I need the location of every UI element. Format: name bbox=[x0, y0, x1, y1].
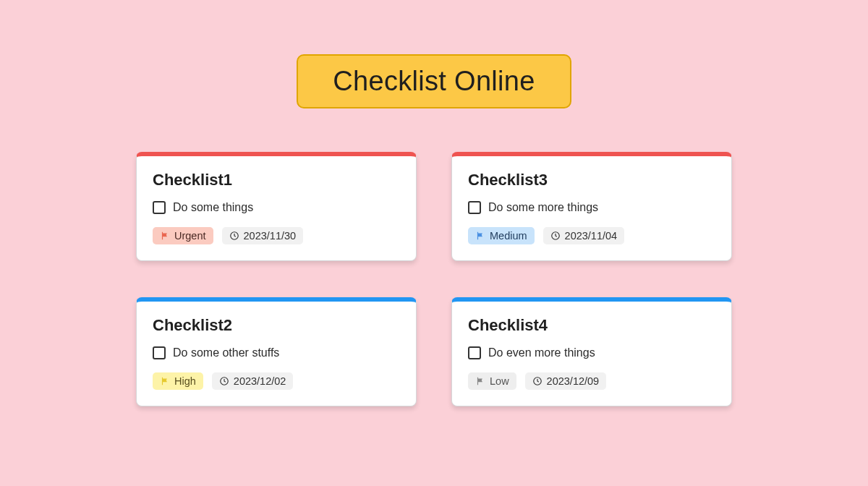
clock-icon bbox=[532, 376, 542, 386]
task-text: Do some other stuffs bbox=[173, 346, 279, 359]
card-title: Checklist4 bbox=[468, 316, 715, 335]
priority-badge: Low bbox=[468, 372, 516, 390]
page-title: Checklist Online bbox=[297, 54, 571, 108]
badge-row: Low 2023/12/09 bbox=[468, 372, 715, 390]
flag-icon bbox=[160, 231, 170, 241]
checklist-grid: Checklist1 Do some things Urgent 2023/11… bbox=[136, 152, 732, 406]
flag-icon bbox=[475, 231, 485, 241]
date-label: 2023/12/02 bbox=[234, 375, 286, 387]
checklist-card[interactable]: Checklist1 Do some things Urgent 2023/11… bbox=[136, 152, 417, 261]
checklist-card[interactable]: Checklist4 Do even more things Low 2023/… bbox=[451, 297, 732, 406]
clock-icon bbox=[550, 231, 561, 241]
clock-icon bbox=[229, 231, 239, 241]
card-title: Checklist2 bbox=[153, 316, 400, 335]
task-row: Do some other stuffs bbox=[153, 346, 400, 359]
flag-icon bbox=[160, 376, 170, 386]
badge-row: High 2023/12/02 bbox=[153, 372, 400, 390]
checklist-card[interactable]: Checklist2 Do some other stuffs High 202… bbox=[136, 297, 417, 406]
task-row: Do some more things bbox=[468, 201, 715, 214]
task-row: Do even more things bbox=[468, 346, 715, 359]
date-badge: 2023/11/30 bbox=[222, 227, 304, 244]
priority-badge: Urgent bbox=[153, 227, 213, 244]
date-label: 2023/11/30 bbox=[244, 230, 297, 242]
task-checkbox[interactable] bbox=[153, 201, 166, 214]
task-checkbox[interactable] bbox=[153, 346, 166, 359]
card-title: Checklist3 bbox=[468, 171, 715, 189]
priority-label: Medium bbox=[490, 230, 527, 242]
task-checkbox[interactable] bbox=[468, 201, 481, 214]
date-badge: 2023/11/04 bbox=[543, 227, 625, 244]
date-label: 2023/11/04 bbox=[565, 230, 618, 242]
task-row: Do some things bbox=[153, 201, 400, 214]
checklist-card[interactable]: Checklist3 Do some more things Medium 20… bbox=[451, 152, 732, 261]
flag-icon bbox=[475, 376, 485, 386]
task-checkbox[interactable] bbox=[468, 346, 481, 359]
task-text: Do some more things bbox=[488, 201, 598, 214]
date-label: 2023/12/09 bbox=[547, 375, 600, 387]
task-text: Do some things bbox=[173, 201, 253, 214]
priority-label: High bbox=[174, 375, 196, 387]
priority-badge: High bbox=[153, 372, 203, 390]
date-badge: 2023/12/09 bbox=[525, 372, 607, 390]
date-badge: 2023/12/02 bbox=[212, 372, 294, 390]
badge-row: Urgent 2023/11/30 bbox=[153, 227, 400, 244]
priority-badge: Medium bbox=[468, 227, 535, 244]
priority-label: Urgent bbox=[174, 230, 206, 242]
badge-row: Medium 2023/11/04 bbox=[468, 227, 715, 244]
priority-label: Low bbox=[490, 375, 509, 387]
clock-icon bbox=[219, 376, 229, 386]
card-title: Checklist1 bbox=[153, 171, 400, 189]
task-text: Do even more things bbox=[488, 346, 595, 359]
